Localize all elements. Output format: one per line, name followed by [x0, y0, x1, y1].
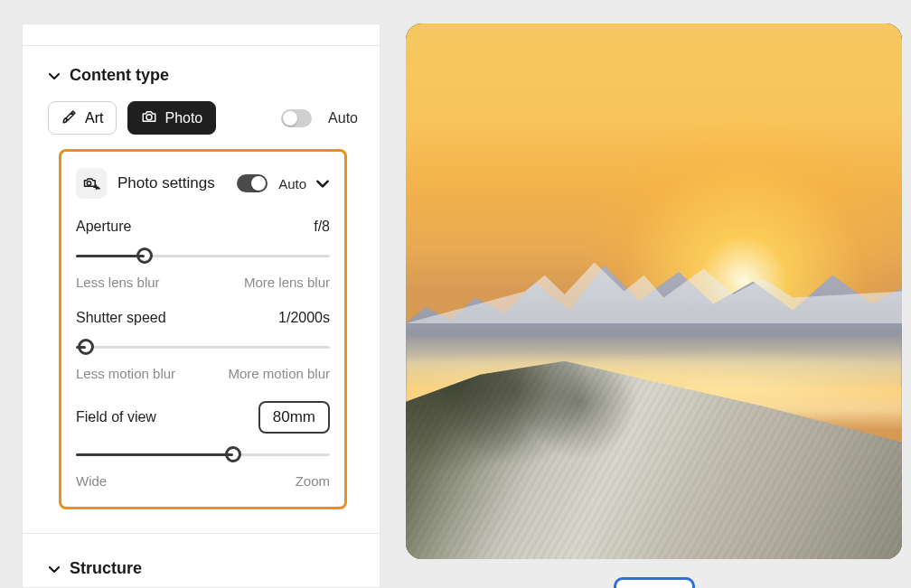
section-title: Structure	[70, 559, 142, 578]
panel-divider	[23, 24, 380, 46]
aperture-value: f/8	[314, 219, 330, 235]
art-label: Art	[85, 110, 103, 126]
content-type-auto-toggle[interactable]	[281, 109, 312, 127]
settings-sidebar: Content type Art Photo Auto	[22, 23, 380, 588]
aperture-control: Aperture f/8 Less lens blur More lens bl…	[76, 219, 330, 290]
content-type-row: Art Photo Auto	[48, 101, 358, 135]
photo-settings-header: Photo settings Auto	[76, 168, 330, 199]
generated-image[interactable]	[406, 23, 902, 559]
section-toggle-structure[interactable]: Structure	[48, 559, 358, 578]
brush-icon	[61, 108, 78, 128]
image-preview	[406, 23, 902, 588]
svg-point-0	[146, 114, 152, 119]
photo-settings-panel: Photo settings Auto Aperture f/8	[59, 149, 347, 509]
chevron-down-icon	[48, 70, 61, 82]
photo-settings-title: Photo settings	[117, 174, 215, 192]
shutter-label: Shutter speed	[76, 310, 166, 326]
aperture-label: Aperture	[76, 219, 131, 235]
photo-label: Photo	[164, 110, 202, 126]
section-title: Content type	[70, 66, 169, 85]
shutter-hint-high: More motion blur	[228, 366, 330, 381]
camera-settings-icon	[76, 168, 107, 199]
svg-point-1	[87, 182, 90, 185]
section-toggle-content-type[interactable]: Content type	[48, 66, 358, 85]
shutter-slider[interactable]	[76, 339, 330, 355]
section-structure: Structure	[23, 515, 380, 578]
photo-button[interactable]: Photo	[127, 101, 216, 135]
section-content-type: Content type Art Photo Auto	[23, 46, 380, 515]
fov-value-input[interactable]: 80mm	[258, 401, 330, 434]
fov-label: Field of view	[76, 409, 156, 425]
content-type-auto-label: Auto	[328, 110, 358, 126]
shutter-value: 1/2000s	[278, 310, 330, 326]
camera-icon	[141, 108, 157, 128]
photo-settings-auto-label: Auto	[278, 176, 306, 191]
photo-settings-auto-toggle[interactable]	[237, 174, 268, 192]
aperture-hint-low: Less lens blur	[76, 275, 160, 290]
art-button[interactable]: Art	[48, 101, 117, 135]
aperture-hint-high: More lens blur	[244, 275, 330, 290]
shutter-hint-low: Less motion blur	[76, 366, 175, 381]
fov-hint-high: Zoom	[296, 473, 330, 489]
fov-control: Field of view 80mm Wide Zoom	[76, 401, 330, 489]
selection-handle[interactable]	[614, 577, 695, 588]
chevron-down-icon	[48, 563, 61, 575]
aperture-slider[interactable]	[76, 247, 330, 264]
shutter-control: Shutter speed 1/2000s Less motion blur M…	[76, 310, 330, 381]
fov-hint-low: Wide	[76, 473, 107, 489]
chevron-down-icon[interactable]	[315, 176, 330, 191]
fov-slider[interactable]	[76, 446, 330, 462]
